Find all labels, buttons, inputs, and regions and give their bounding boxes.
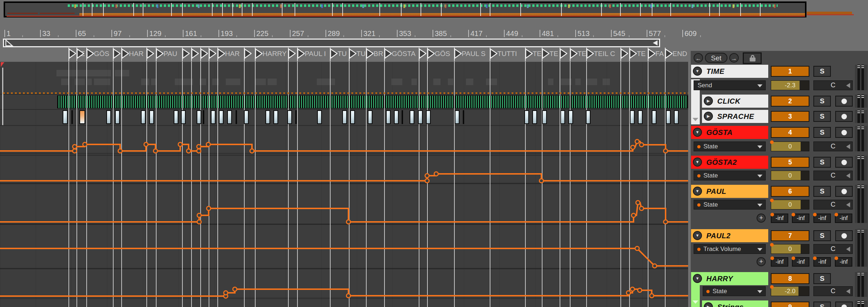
track-number[interactable]: 2 <box>771 96 809 107</box>
send-value[interactable]: -inf <box>813 257 831 267</box>
unfold-icon[interactable]: ▼ <box>693 274 702 283</box>
solo-button[interactable]: S <box>813 96 831 107</box>
automation-breakpoint[interactable] <box>635 247 639 251</box>
locator-flag-icon[interactable] <box>297 49 305 59</box>
automation-line-GÖSTA2[interactable] <box>0 174 688 181</box>
locator-flag-icon[interactable] <box>182 49 190 59</box>
param-value-slider[interactable]: -2.3 <box>771 80 809 90</box>
automation-breakpoint[interactable] <box>207 207 211 211</box>
automation-breakpoint[interactable] <box>631 287 635 291</box>
automation-breakpoint[interactable] <box>653 264 657 268</box>
locator-flag-icon[interactable] <box>454 49 462 59</box>
automation-breakpoint[interactable] <box>664 149 668 153</box>
automation-breakpoint[interactable] <box>425 179 429 183</box>
solo-button[interactable]: S <box>813 127 831 138</box>
locator-flag-icon[interactable] <box>113 49 121 59</box>
locator-flag-icon[interactable] <box>122 49 129 59</box>
automation-breakpoint[interactable] <box>636 201 640 205</box>
solo-button[interactable]: S <box>813 273 831 284</box>
automation-breakpoint[interactable] <box>197 149 201 153</box>
locator-flag-icon[interactable] <box>255 49 263 59</box>
pan-control[interactable]: C <box>813 200 853 210</box>
solo-button[interactable]: S <box>813 111 831 122</box>
automation-breakpoint[interactable] <box>664 220 668 224</box>
locator-flag-icon[interactable] <box>665 49 672 59</box>
automation-breakpoint[interactable] <box>73 149 77 153</box>
unfold-icon[interactable]: ▼ <box>693 231 702 240</box>
arm-record-button[interactable] <box>835 96 853 107</box>
automation-breakpoint[interactable] <box>233 287 237 291</box>
locator-flag-icon[interactable] <box>419 49 426 59</box>
solo-button[interactable]: S <box>813 157 831 168</box>
automation-breakpoint[interactable] <box>632 214 636 218</box>
param-value-slider[interactable]: 0 <box>771 244 809 254</box>
solo-button[interactable]: S <box>813 186 831 197</box>
locator-flag-icon[interactable] <box>69 49 76 59</box>
locator-flag-icon[interactable] <box>542 49 549 59</box>
automation-param-dropdown[interactable]: State <box>694 141 766 151</box>
automation-breakpoint[interactable] <box>540 179 544 183</box>
automation-breakpoint[interactable] <box>154 149 158 153</box>
add-automation-lane-button[interactable]: + <box>757 257 766 266</box>
automation-breakpoint[interactable] <box>83 143 87 147</box>
locator-flag-icon[interactable] <box>630 49 637 59</box>
send-value[interactable]: -inf <box>792 257 809 267</box>
locator-flag-icon[interactable] <box>587 49 594 59</box>
param-value-slider[interactable]: 0 <box>771 200 809 210</box>
automation-breakpoint[interactable] <box>206 143 210 147</box>
loop-end-icon[interactable] <box>653 40 658 45</box>
locator-flag-icon[interactable] <box>648 49 655 59</box>
arm-record-button[interactable] <box>835 127 853 138</box>
pan-control[interactable]: C <box>813 244 853 254</box>
locator-flag-icon[interactable] <box>244 49 252 59</box>
solo-button[interactable]: S <box>813 302 831 307</box>
automation-breakpoint[interactable] <box>434 172 438 176</box>
track-number[interactable]: 9 <box>771 302 809 307</box>
automation-breakpoint[interactable] <box>178 143 182 147</box>
locator-flag-icon[interactable] <box>156 49 163 59</box>
automation-param-dropdown[interactable]: Send <box>694 80 766 90</box>
add-automation-lane-button[interactable]: + <box>757 214 766 223</box>
automation-line-GÖSTA[interactable] <box>0 141 688 151</box>
param-value-slider[interactable]: 0 <box>771 171 809 180</box>
play-icon[interactable]: ▶ <box>704 112 713 121</box>
automation-breakpoint[interactable] <box>144 143 148 147</box>
locator-flag-icon[interactable] <box>427 49 435 59</box>
locator-flag-icon[interactable] <box>349 49 356 59</box>
track-number[interactable]: 8 <box>771 273 809 284</box>
track-header-paul[interactable]: ▼PAUL <box>691 185 768 198</box>
locator-flag-icon[interactable] <box>560 49 567 59</box>
automation-breakpoint[interactable] <box>347 220 351 224</box>
solo-button[interactable]: S <box>813 66 831 77</box>
track-header-time[interactable]: ▼TIME <box>691 65 768 78</box>
arm-record-button[interactable] <box>835 230 853 241</box>
pan-control[interactable]: C <box>813 171 853 180</box>
automation-line-HARRY[interactable] <box>0 289 688 296</box>
locator-flag-icon[interactable] <box>87 49 94 59</box>
param-value-slider[interactable]: 0 <box>771 141 809 151</box>
locator-flag-icon[interactable] <box>77 49 84 59</box>
next-locator-button[interactable]: → <box>729 53 739 63</box>
automation-breakpoint[interactable] <box>347 294 351 298</box>
send-value[interactable]: -inf <box>835 214 852 223</box>
track-header-click[interactable]: ▶CLICK <box>702 95 768 108</box>
automation-breakpoint[interactable] <box>250 149 254 153</box>
previous-locator-button[interactable]: ← <box>694 53 703 63</box>
automation-param-dropdown[interactable]: State <box>694 200 766 210</box>
overview-viewport-box[interactable] <box>4 1 806 17</box>
track-header-harry[interactable]: ▼HARRY <box>691 272 768 285</box>
loop-brace[interactable] <box>3 39 660 47</box>
automation-breakpoint[interactable] <box>187 149 191 153</box>
automation-line-PAUL2[interactable] <box>0 248 688 266</box>
arm-record-button[interactable] <box>835 186 853 197</box>
locator-flag-icon[interactable] <box>192 49 199 59</box>
send-value[interactable]: -inf <box>771 214 788 223</box>
locator-flag-icon[interactable] <box>621 49 628 59</box>
track-header-gösta2[interactable]: ▼GÖSTA2 <box>691 156 768 169</box>
arrangement-area[interactable] <box>0 62 688 307</box>
automation-breakpoint[interactable] <box>118 149 122 153</box>
automation-param-dropdown[interactable]: State <box>703 286 766 296</box>
arm-record-button[interactable] <box>835 111 853 122</box>
locator-flag-icon[interactable] <box>384 49 392 59</box>
send-value[interactable]: -inf <box>813 214 831 223</box>
